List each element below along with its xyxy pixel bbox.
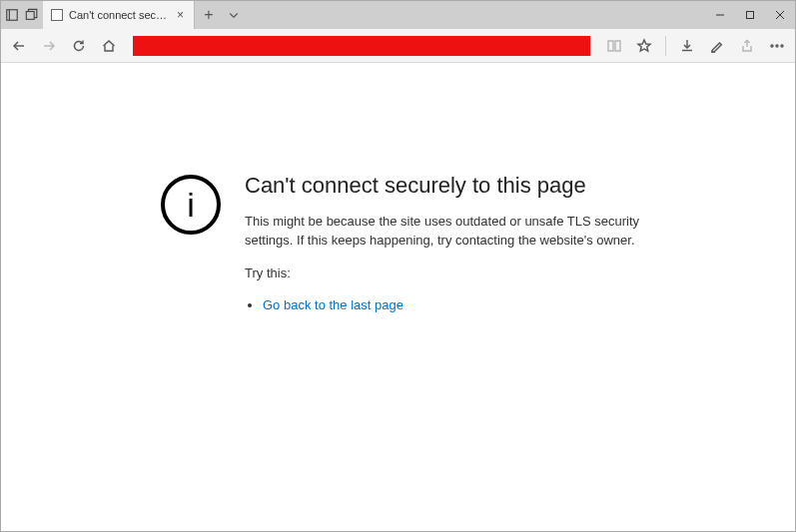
title-bar: Can't connect securely t × + bbox=[1, 1, 795, 29]
svg-point-15 bbox=[776, 45, 778, 47]
new-tab-button[interactable]: + bbox=[195, 1, 223, 29]
address-bar[interactable] bbox=[133, 36, 590, 56]
svg-rect-0 bbox=[7, 10, 18, 21]
svg-point-16 bbox=[781, 45, 783, 47]
more-menu-icon[interactable] bbox=[765, 34, 789, 58]
forward-button[interactable] bbox=[37, 34, 61, 58]
window-controls bbox=[705, 1, 795, 29]
titlebar-left-icons bbox=[1, 1, 43, 29]
reading-view-icon[interactable] bbox=[602, 34, 626, 58]
tab-favicon bbox=[51, 9, 63, 21]
error-body: Can't connect securely to this page This… bbox=[245, 173, 664, 312]
close-window-button[interactable] bbox=[765, 1, 795, 29]
error-heading: Can't connect securely to this page bbox=[245, 173, 664, 199]
error-container: i Can't connect securely to this page Th… bbox=[161, 173, 680, 312]
maximize-button[interactable] bbox=[735, 1, 765, 29]
go-back-link[interactable]: Go back to the last page bbox=[263, 297, 403, 312]
svg-marker-9 bbox=[638, 40, 650, 51]
favorites-star-icon[interactable] bbox=[632, 34, 656, 58]
svg-rect-4 bbox=[747, 12, 754, 19]
tabs-dropdown-icon[interactable] bbox=[223, 1, 245, 29]
error-message: This might be because the site uses outd… bbox=[245, 213, 664, 251]
show-tab-previews-icon[interactable] bbox=[25, 8, 39, 22]
home-button[interactable] bbox=[97, 34, 121, 58]
toolbar-separator bbox=[665, 36, 666, 56]
notes-icon[interactable] bbox=[705, 34, 729, 58]
nav-toolbar bbox=[1, 29, 795, 63]
minimize-button[interactable] bbox=[705, 1, 735, 29]
svg-point-14 bbox=[771, 45, 773, 47]
back-button[interactable] bbox=[7, 34, 31, 58]
page-content: i Can't connect securely to this page Th… bbox=[1, 63, 795, 531]
share-icon[interactable] bbox=[735, 34, 759, 58]
browser-tab[interactable]: Can't connect securely t × bbox=[43, 1, 195, 29]
error-try-label: Try this: bbox=[245, 265, 664, 283]
tab-close-button[interactable]: × bbox=[175, 8, 186, 22]
info-icon: i bbox=[161, 175, 221, 235]
error-suggestion: Go back to the last page bbox=[263, 297, 664, 312]
tab-title: Can't connect securely t bbox=[69, 9, 169, 21]
downloads-icon[interactable] bbox=[675, 34, 699, 58]
set-aside-tabs-icon[interactable] bbox=[5, 8, 19, 22]
refresh-button[interactable] bbox=[67, 34, 91, 58]
svg-rect-2 bbox=[26, 12, 34, 20]
